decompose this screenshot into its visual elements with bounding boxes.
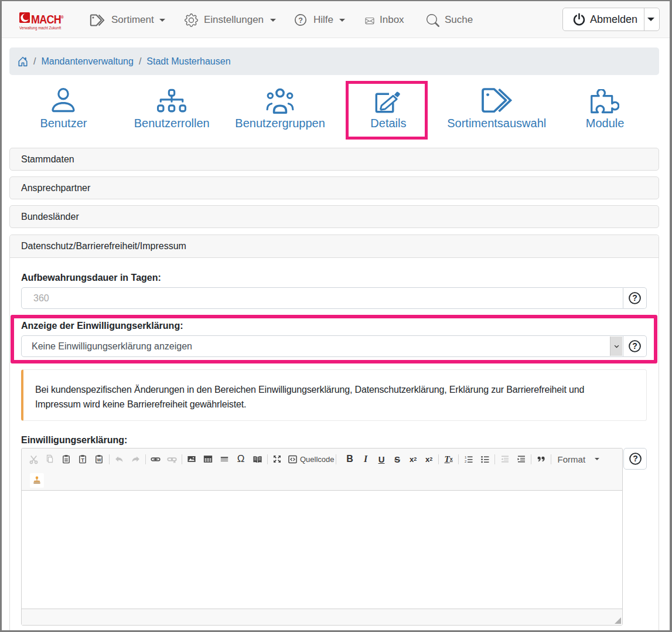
svg-text:?: ?	[298, 16, 303, 25]
svg-text:W: W	[97, 457, 101, 463]
svg-text:1: 1	[465, 456, 467, 459]
svg-text:?: ?	[633, 454, 638, 463]
svg-text:T: T	[81, 457, 84, 463]
svg-text:?: ?	[632, 341, 637, 351]
svg-text:?: ?	[632, 293, 637, 303]
svg-text:2: 2	[465, 460, 467, 463]
